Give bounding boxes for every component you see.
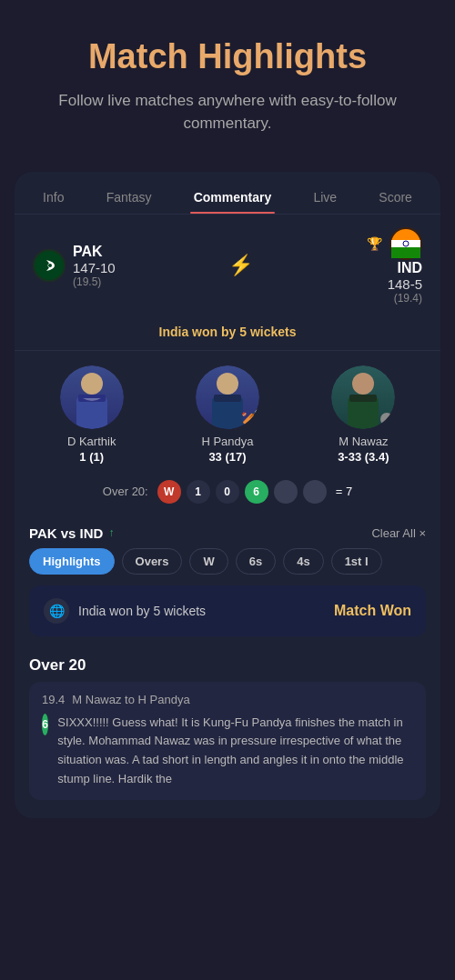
player-1-name: D Karthik xyxy=(30,435,152,448)
commentary-entry: 19.4 M Nawaz to H Pandya 6 SIXXX!!!!! Gu… xyxy=(29,682,426,800)
pill-1sti[interactable]: 1st I xyxy=(331,548,382,575)
tab-score[interactable]: Score xyxy=(375,185,416,214)
player-2-name: H Pandya xyxy=(167,435,288,448)
player-3-avatar xyxy=(331,365,395,429)
commentary-header: PAK vs IND ↑ Clear All × xyxy=(15,515,440,548)
ball-5: · xyxy=(274,480,298,504)
pill-highlights[interactable]: Highlights xyxy=(29,548,115,575)
match-result: India won by 5 wickets xyxy=(15,317,440,351)
match-card: Info Fantasy Commentary Live Score xyxy=(15,172,440,818)
ind-overs: (19.4) xyxy=(367,292,422,305)
page-subtitle: Follow live matches anywhere with easy-t… xyxy=(27,89,428,135)
banner-left: 🌐 India won by 5 wickets xyxy=(44,598,206,624)
tab-live[interactable]: Live xyxy=(309,185,340,214)
svg-rect-11 xyxy=(212,397,243,429)
svg-rect-14 xyxy=(348,397,379,429)
match-won-banner: 🌐 India won by 5 wickets Match Won xyxy=(29,585,426,636)
svg-rect-8 xyxy=(76,397,107,429)
clear-all-button[interactable]: Clear All × xyxy=(371,526,426,540)
svg-point-10 xyxy=(217,373,238,395)
ind-score: 148-5 xyxy=(367,276,422,292)
commentary-ball-badge: 6 xyxy=(42,714,48,735)
over-row: Over 20: W 1 0 6 · · = 7 xyxy=(15,469,440,515)
pill-4s[interactable]: 4s xyxy=(283,548,323,575)
svg-rect-15 xyxy=(349,395,377,402)
svg-point-7 xyxy=(81,373,103,395)
match-won-badge: Match Won xyxy=(334,603,411,619)
meta-bowler: M Nawaz to H Pandya xyxy=(72,693,189,706)
svg-rect-5 xyxy=(391,247,420,258)
players-section: D Karthik 1 (1) 🏏 H Pandya 33 (17 xyxy=(15,351,440,469)
filter-pills: Highlights Overs W 6s 4s 1st I xyxy=(15,548,440,585)
over-label: Over 20: xyxy=(103,485,148,498)
commentary-meta: 19.4 M Nawaz to H Pandya xyxy=(42,693,413,706)
svg-point-2 xyxy=(48,264,52,267)
player-2: 🏏 H Pandya 33 (17) xyxy=(167,365,288,464)
banner-icon: 🌐 xyxy=(44,598,69,624)
ball-4: 6 xyxy=(245,480,268,504)
pill-6s[interactable]: 6s xyxy=(236,548,276,575)
player-3: M Nawaz 3-33 (3.4) xyxy=(302,365,424,464)
arrow-up-icon: ↑ xyxy=(108,526,114,539)
over-heading: Over 20 xyxy=(15,647,440,682)
pill-overs[interactable]: Overs xyxy=(122,548,183,575)
vs-icon: ⚡ xyxy=(228,254,253,277)
player-1-avatar xyxy=(60,365,124,429)
ball-3: 0 xyxy=(216,480,239,504)
ball-6: · xyxy=(303,480,327,504)
winner-trophy: 🏆 xyxy=(367,236,382,251)
svg-rect-12 xyxy=(214,395,241,402)
player-3-stat: 3-33 (3.4) xyxy=(302,450,424,464)
pak-name: PAK xyxy=(73,244,116,260)
meta-over: 19.4 xyxy=(42,693,65,706)
banner-text: India won by 5 wickets xyxy=(78,604,206,618)
tab-commentary[interactable]: Commentary xyxy=(190,185,276,214)
pak-score: 147-10 xyxy=(73,260,116,275)
pak-overs: (19.5) xyxy=(73,275,116,288)
ball-1: W xyxy=(157,480,181,504)
team-ind: 🏆 IND 148-5 (19.4) xyxy=(367,227,422,305)
over-total: = 7 xyxy=(336,485,352,498)
tab-bar: Info Fantasy Commentary Live Score xyxy=(15,172,440,215)
player-3-name: M Nawaz xyxy=(302,435,424,448)
ind-flag xyxy=(389,227,422,260)
player-2-avatar: 🏏 xyxy=(196,365,259,429)
commentary-text: SIXXX!!!!! Guess what! It is Kung-Fu Pan… xyxy=(57,714,413,789)
player-2-stat: 33 (17) xyxy=(167,450,288,464)
pill-w[interactable]: W xyxy=(189,548,228,575)
page-title: Match Highlights xyxy=(27,36,428,78)
svg-point-13 xyxy=(352,373,374,395)
ball-2: 1 xyxy=(187,480,210,504)
tab-fantasy[interactable]: Fantasy xyxy=(103,185,156,214)
tab-info[interactable]: Info xyxy=(39,185,67,214)
header-section: Match Highlights Follow live matches any… xyxy=(0,0,455,154)
player-1: D Karthik 1 (1) xyxy=(30,365,152,464)
team-pak: PAK 147-10 (19.5) xyxy=(33,244,116,288)
ind-name: IND xyxy=(367,260,422,276)
match-label: PAK vs IND ↑ xyxy=(29,525,114,541)
player-1-stat: 1 (1) xyxy=(30,450,152,464)
pak-flag xyxy=(33,249,66,282)
match-score-row: PAK 147-10 (19.5) ⚡ xyxy=(15,215,440,317)
